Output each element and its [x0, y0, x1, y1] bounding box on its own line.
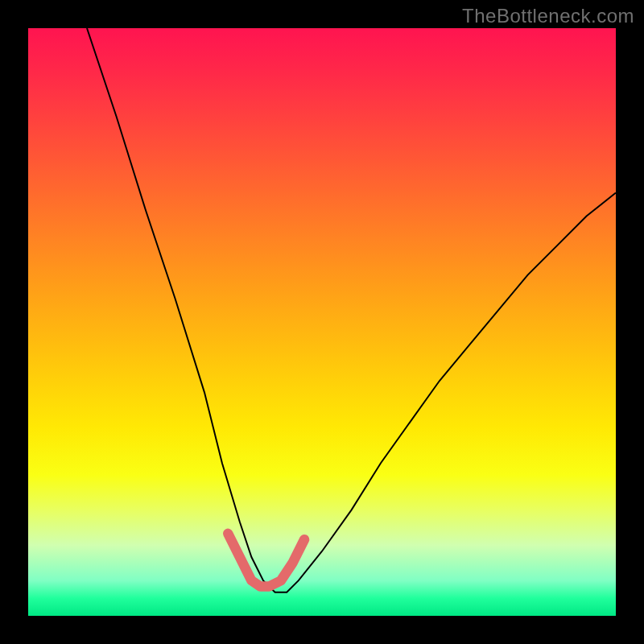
- watermark-text: TheBottleneck.com: [462, 5, 634, 27]
- plot-area: [28, 28, 616, 616]
- bottleneck-curve: [87, 28, 616, 592]
- trough-highlight: [228, 534, 304, 587]
- chart-frame: TheBottleneck.com: [0, 0, 644, 644]
- curve-layer: [28, 28, 616, 616]
